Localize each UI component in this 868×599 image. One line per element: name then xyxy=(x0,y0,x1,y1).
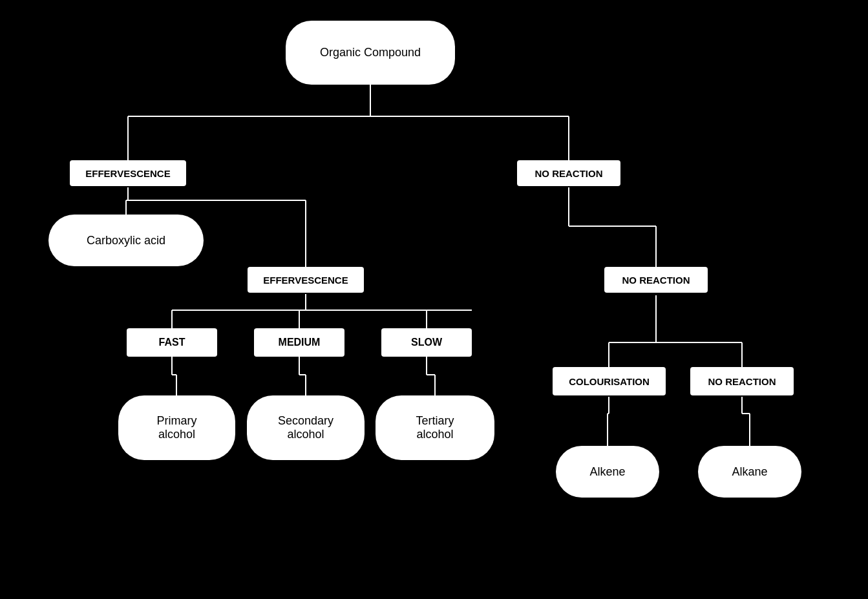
organic-compound-node: Organic Compound xyxy=(286,21,455,85)
secondary-alcohol-node: Secondary alcohol xyxy=(247,395,365,460)
no-reaction1-label: NO REACTION xyxy=(517,160,620,186)
carboxylic-acid-node: Carboxylic acid xyxy=(48,215,204,266)
slow-label: SLOW xyxy=(381,328,472,357)
alkene-node: Alkene xyxy=(556,446,659,498)
connector-lines xyxy=(0,0,868,599)
primary-alcohol-node: Primary alcohol xyxy=(118,395,235,460)
colourisation-label: COLOURISATION xyxy=(553,367,666,395)
tertiary-alcohol-node: Tertiary alcohol xyxy=(376,395,494,460)
effervescence1-label: EFFERVESCENCE xyxy=(70,160,186,186)
alkane-node: Alkane xyxy=(698,446,801,498)
fast-label: FAST xyxy=(127,328,217,357)
effervescence2-label: EFFERVESCENCE xyxy=(248,267,364,293)
medium-label: MEDIUM xyxy=(254,328,344,357)
no-reaction2-label: NO REACTION xyxy=(604,267,708,293)
no-reaction3-label: NO REACTION xyxy=(690,367,794,395)
